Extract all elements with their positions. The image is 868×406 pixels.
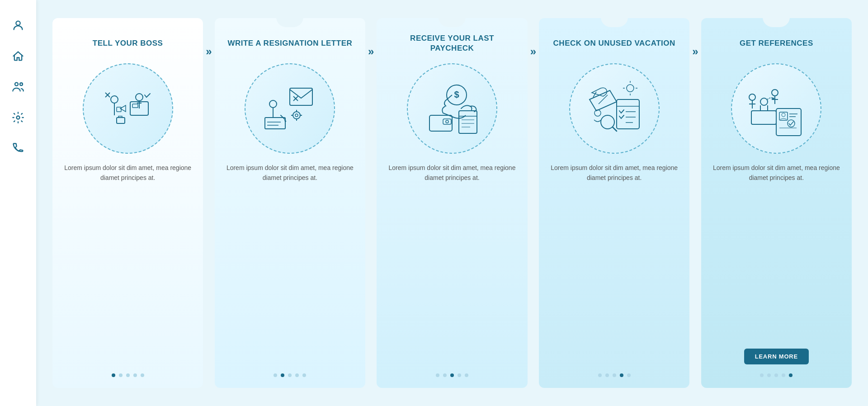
dot-5 [465, 373, 468, 377]
dot-2 [281, 373, 284, 377]
dot-3 [774, 373, 778, 377]
svg-point-18 [293, 112, 300, 119]
settings-icon[interactable] [11, 110, 25, 125]
dot-4 [458, 373, 461, 377]
svg-text:$: $ [454, 90, 459, 99]
home-icon[interactable] [11, 49, 25, 63]
main-content: TELL YOUR BOSS [36, 0, 868, 406]
card-get-references: GET REFERENCES [701, 18, 852, 388]
svg-point-1 [15, 83, 18, 86]
dot-2 [119, 373, 123, 377]
dot-5 [302, 373, 306, 377]
svg-line-47 [613, 127, 617, 131]
card-4-title: CHECK ON UNUSED VACATION [553, 32, 675, 55]
dot-5 [789, 373, 793, 377]
dot-4 [620, 373, 623, 377]
dot-4 [133, 373, 137, 377]
svg-point-56 [782, 113, 785, 117]
dot-4 [782, 373, 785, 377]
svg-point-24 [269, 100, 277, 108]
dot-3 [288, 373, 292, 377]
svg-rect-32 [443, 119, 451, 124]
card-4-text: Lorem ipsum dolor sit dim amet, mea regi… [550, 163, 679, 363]
dot-3 [450, 373, 454, 377]
card-5-text: Lorem ipsum dolor sit dim amet, mea regi… [712, 163, 841, 341]
svg-rect-41 [617, 99, 639, 129]
svg-rect-34 [459, 111, 477, 133]
svg-point-19 [295, 114, 298, 117]
card-4-dots [598, 370, 631, 377]
sidebar [0, 0, 36, 406]
card-3-illustration: $ [407, 63, 497, 154]
svg-point-49 [627, 85, 634, 92]
card-1-title: TELL YOUR BOSS [93, 32, 163, 55]
card-3-text: Lorem ipsum dolor sit dim amet, mea regi… [387, 163, 516, 363]
svg-point-66 [772, 90, 778, 96]
dot-1 [760, 373, 764, 377]
card-2-text: Lorem ipsum dolor sit dim amet, mea regi… [226, 163, 354, 363]
card-3-dots [436, 370, 468, 377]
svg-point-33 [446, 120, 448, 123]
dot-2 [605, 373, 609, 377]
card-5-illustration [731, 63, 821, 154]
svg-point-62 [760, 98, 768, 105]
card-1-text: Lorem ipsum dolor sit dim amet, mea regi… [63, 163, 192, 363]
svg-point-63 [749, 94, 755, 100]
svg-point-48 [594, 110, 601, 116]
card-tell-boss: TELL YOUR BOSS [52, 18, 203, 388]
card-2-illustration [245, 63, 335, 154]
svg-rect-11 [117, 118, 125, 123]
svg-rect-15 [290, 88, 312, 105]
card-1-dots [112, 370, 144, 377]
card-unused-vacation: CHECK ON UNUSED VACATION [539, 18, 689, 388]
phone-icon[interactable] [11, 141, 25, 156]
card-resignation-letter: WRITE A RESIGNATION LETTER [215, 18, 365, 388]
card-last-paycheck: RECEIVE YOUR LAST PAYCHECK $ [377, 18, 527, 388]
dot-5 [627, 373, 631, 377]
svg-rect-14 [117, 107, 121, 112]
arrow-1: » [206, 18, 212, 388]
card-1-illustration [83, 63, 173, 154]
card-2-dots [274, 370, 306, 377]
dot-2 [443, 373, 447, 377]
arrow-4: » [692, 18, 698, 388]
people-icon[interactable] [11, 80, 25, 94]
card-5-title: GET REFERENCES [740, 32, 813, 55]
card-5-dots [760, 370, 793, 377]
svg-point-9 [111, 96, 118, 103]
arrow-2: » [368, 18, 374, 388]
svg-rect-5 [132, 104, 138, 108]
dot-1 [112, 373, 115, 377]
svg-rect-54 [776, 109, 801, 136]
svg-rect-25 [265, 118, 285, 129]
user-icon[interactable] [11, 18, 25, 33]
svg-point-3 [17, 116, 20, 119]
svg-rect-61 [751, 111, 776, 124]
card-3-title: RECEIVE YOUR LAST PAYCHECK [387, 32, 516, 55]
dot-1 [598, 373, 602, 377]
dot-3 [613, 373, 616, 377]
learn-more-button[interactable]: LEARN MORE [744, 349, 809, 364]
dot-3 [126, 373, 130, 377]
dot-2 [767, 373, 771, 377]
card-4-illustration [569, 63, 660, 154]
svg-point-6 [136, 94, 143, 101]
svg-point-2 [20, 83, 23, 85]
dot-5 [141, 373, 144, 377]
card-2-title: WRITE A RESIGNATION LETTER [227, 32, 352, 55]
dot-1 [436, 373, 439, 377]
dot-4 [295, 373, 299, 377]
dot-1 [274, 373, 277, 377]
svg-rect-31 [429, 115, 452, 131]
arrow-3: » [530, 18, 536, 388]
svg-point-0 [16, 21, 20, 25]
